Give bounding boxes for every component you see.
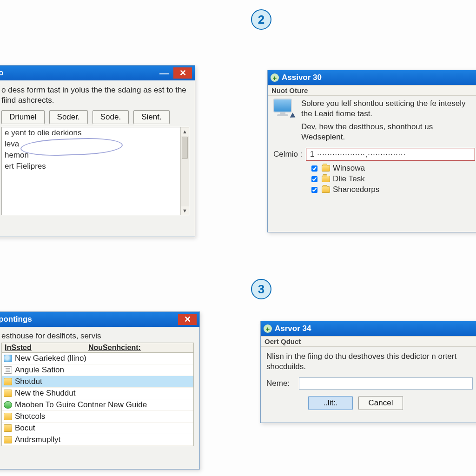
list-item-label: Andrsmupllyt [15, 435, 60, 444]
checkbox-input[interactable] [311, 176, 317, 182]
list-item[interactable]: Bocut [2, 423, 193, 434]
list-item-label: Maoben To Guire Contner New Guide [15, 400, 147, 410]
window-3-titlebar: pontings ✕ [0, 312, 199, 327]
step-badge-3: 3 [251, 279, 271, 299]
window-1-titlebar: o — ✕ [0, 66, 195, 80]
window-3: pontings ✕ esthouse for deslfiots, servi… [0, 311, 200, 469]
button-sode[interactable]: Sode. [93, 110, 129, 124]
list-item[interactable]: e yent to olie derkions [2, 127, 189, 139]
list-item[interactable]: Andrsmupllyt [2, 434, 193, 446]
list-item[interactable]: Maoben To Guire Contner New Guide [2, 399, 193, 411]
celmio-input[interactable] [306, 148, 475, 161]
folder-icon [322, 176, 330, 182]
folder-icon [322, 186, 330, 193]
close-button[interactable]: ✕ [178, 314, 197, 325]
window-2: + Assivor 30 Nuot Oture Solore you lelf … [267, 70, 476, 232]
list-item-label: New Garieked (llino) [15, 354, 86, 363]
window-1-title: o [0, 68, 157, 78]
list-item[interactable]: ert Fielipres [2, 161, 189, 172]
window-4-description: Nlisn in the fiing do thu desthoves this… [266, 351, 473, 372]
window-3-title: pontings [0, 315, 176, 324]
folder-icon [322, 165, 330, 172]
window-1-listbox[interactable]: e yent to olie derkions leva hemon ert F… [1, 127, 189, 215]
window-2-paragraph-2: Dev, hew the destthous, shonthout us Wed… [301, 122, 475, 142]
list-item-label: Shotdut [15, 377, 42, 386]
name-input[interactable] [299, 377, 473, 390]
button-driumel[interactable]: Driumel [1, 110, 45, 124]
document-icon [4, 366, 12, 374]
list-item-label: Bocut [15, 423, 35, 433]
list-item[interactable]: New Garieked (llino) [2, 353, 193, 364]
window-4: + Asrvor 34 Ocrt Qduct Nlisn in the fiin… [260, 321, 476, 423]
list-item-selected[interactable]: Shotdut [2, 376, 193, 388]
checkbox-shancedorps[interactable]: Shancedorps [310, 185, 475, 194]
checkbox-label: Shancedorps [333, 185, 379, 194]
folder-icon [4, 378, 12, 385]
minimize-button[interactable]: — [157, 67, 172, 79]
cancel-button[interactable]: Cancel [358, 396, 403, 410]
checkbox-dlie-tesk[interactable]: Dlie Tesk [310, 174, 475, 184]
name-label: Neme: [266, 379, 299, 388]
plus-icon: + [271, 73, 279, 82]
window-1: o — ✕ o dess forrm tast in yolus the the… [0, 65, 195, 237]
list-item[interactable]: Angule Sation [2, 364, 193, 376]
globe-icon [4, 355, 12, 362]
window-4-titlebar: + Asrvor 34 [261, 321, 476, 336]
folder-icon [4, 390, 12, 397]
checkbox-input[interactable] [311, 187, 317, 193]
button-sient[interactable]: Sient. [133, 110, 169, 124]
checkbox-input[interactable] [311, 165, 317, 172]
column-header-nousenhcient[interactable]: NouSenhcient: [88, 344, 191, 352]
list-item-label: Shotcols [15, 412, 45, 421]
scroll-up-icon[interactable]: ▲ [181, 127, 189, 136]
step-badge-2: 2 [251, 9, 271, 30]
column-headers: InSsted NouSenhcient: [1, 343, 194, 353]
file-list[interactable]: New Garieked (llino) Angule Sation Shotd… [1, 353, 194, 446]
folder-icon [4, 436, 12, 443]
window-2-title: Assivor 30 [282, 73, 476, 82]
list-item-label: Angule Sation [15, 365, 64, 375]
window-2-titlebar: + Assivor 30 [268, 70, 476, 85]
checkbox-label: Winsowa [333, 164, 365, 173]
window-2-subheader: Nuot Oture [268, 85, 476, 96]
list-item[interactable]: New the Shuddut [2, 388, 193, 399]
column-header-inssted[interactable]: InSsted [5, 344, 88, 352]
folder-icon [4, 424, 12, 432]
plus-icon: + [264, 324, 272, 333]
window-3-description: esthouse for deslfiots, servis [1, 331, 194, 341]
window-2-paragraph-1: Solore you lelf shontlou setticing the f… [301, 99, 475, 119]
checkbox-label: Dlie Tesk [333, 174, 365, 184]
celmio-label: Celmio : [273, 150, 306, 159]
window-4-subheader: Ocrt Qduct [261, 336, 476, 347]
monitor-arrow-icon [273, 99, 295, 118]
checkbox-winsowa[interactable]: Winsowa [310, 164, 475, 173]
scroll-down-icon[interactable]: ▼ [181, 206, 189, 215]
ok-button[interactable]: ..lit:. [308, 396, 353, 410]
green-circle-icon [4, 401, 12, 409]
window-1-description: o dess forrm tast in yolus the the sdain… [1, 85, 189, 106]
close-button[interactable]: ✕ [173, 67, 192, 79]
window-4-title: Asrvor 34 [275, 324, 476, 333]
scroll-thumb[interactable] [182, 137, 188, 159]
list-item[interactable]: Shotcols [2, 411, 193, 423]
button-soder1[interactable]: Soder. [49, 110, 88, 124]
folder-icon [4, 413, 12, 420]
scrollbar[interactable]: ▲ ▼ [180, 127, 189, 215]
list-item-label: New the Shuddut [15, 389, 75, 398]
